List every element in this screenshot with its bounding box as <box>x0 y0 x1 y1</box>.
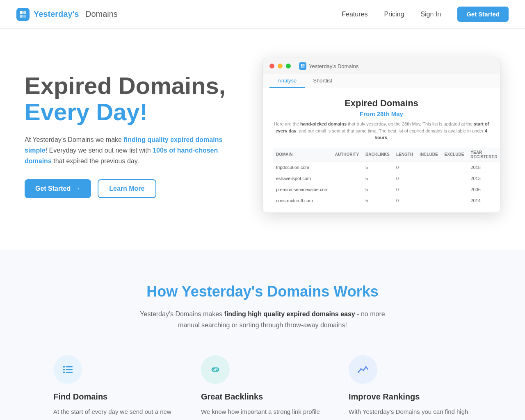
svg-rect-5 <box>303 64 305 66</box>
col-domain: DOMAIN <box>273 148 332 162</box>
svg-rect-4 <box>301 64 303 66</box>
feature-body-find-domains: At the start of every day we send out a … <box>53 406 176 420</box>
svg-rect-7 <box>303 66 305 68</box>
cell-length: 0 <box>393 173 416 184</box>
cell-domain: constructcruft.com <box>273 195 332 206</box>
feature-icon-great-backlinks <box>201 355 230 384</box>
feature-card-improve-rankings: Improve Rankings With Yesterday's Domain… <box>349 355 472 420</box>
nav-signin[interactable]: Sign In <box>420 11 441 18</box>
feature-icon-improve-rankings <box>349 355 377 384</box>
nav-links: Features Pricing Sign In Get Started <box>342 7 509 22</box>
browser-dot-yellow <box>278 64 283 68</box>
hero-left: Expired Domains, Every Day! At Yesterday… <box>25 73 238 198</box>
browser-logo-mini: Yesterday's Domains <box>299 62 358 70</box>
cell-length: 0 <box>393 162 416 173</box>
feature-title-find-domains: Find Domains <box>53 392 176 402</box>
table-row: eshaveilspot.com 5 0 2013 $ <box>273 173 500 184</box>
nav-features[interactable]: Features <box>342 11 368 18</box>
mockup-subtitle: From 28th May <box>273 110 490 117</box>
svg-point-16 <box>363 370 364 371</box>
svg-point-15 <box>360 368 362 370</box>
cell-include <box>416 184 441 195</box>
cell-backlinks: 5 <box>362 195 393 206</box>
logo-icon <box>16 8 30 21</box>
svg-rect-2 <box>20 15 23 18</box>
cell-exclude <box>441 162 468 173</box>
hero-learn-more-button[interactable]: Learn More <box>98 179 156 198</box>
nav-get-started-button[interactable]: Get Started <box>457 7 509 22</box>
mini-logo-icon <box>299 62 306 70</box>
browser-tabs: Analyse Shortlist <box>263 74 500 88</box>
how-subtitle-pre: Yesterday's Domains makes <box>140 310 224 317</box>
cell-authority <box>332 173 362 184</box>
cell-domain: eshaveilspot.com <box>273 173 332 184</box>
svg-rect-8 <box>63 366 65 368</box>
arrow-right-icon: → <box>74 185 80 192</box>
tab-shortlist[interactable]: Shortlist <box>305 74 340 88</box>
hero-right: Yesterday's Domains Analyse Shortlist Ex… <box>238 58 500 213</box>
cell-include <box>416 173 441 184</box>
col-year: YEAR REGISTERED <box>467 148 500 162</box>
features-grid: Find Domains At the start of every day w… <box>37 355 488 420</box>
cell-exclude <box>441 184 468 195</box>
cell-include <box>416 162 441 173</box>
how-subtitle: Yesterday's Domains makes finding high q… <box>135 308 390 331</box>
svg-rect-0 <box>20 11 23 14</box>
svg-rect-12 <box>66 369 73 370</box>
mockup-title: Expired Domains <box>273 98 490 109</box>
browser-dot-red <box>269 64 274 68</box>
cell-backlinks: 5 <box>362 173 393 184</box>
how-subtitle-bold: finding high quality expired domains eas… <box>224 310 355 317</box>
table-row: constructcruft.com 5 0 2014 $ <box>273 195 500 206</box>
feature-icon-find-domains <box>53 355 82 384</box>
svg-rect-9 <box>63 369 65 370</box>
tab-analyse[interactable]: Analyse <box>269 74 305 88</box>
svg-point-17 <box>365 366 367 368</box>
cell-exclude <box>441 195 468 206</box>
svg-point-14 <box>358 371 359 373</box>
cell-year: 2014 <box>467 195 500 206</box>
how-title-post: Works <box>329 283 378 300</box>
cell-year: 2018 <box>467 162 500 173</box>
hero-title: Expired Domains, Every Day! <box>25 73 238 125</box>
how-title-brand: Yesterday's Domains <box>182 283 330 300</box>
cell-backlinks: 5 <box>362 162 393 173</box>
cell-domain: tripdocution.com <box>273 162 332 173</box>
hero-title-line1: Expired Domains, <box>25 73 238 99</box>
navbar: Yesterday's Domains Features Pricing Sig… <box>0 0 525 29</box>
svg-rect-13 <box>66 372 73 373</box>
hero-section: Expired Domains, Every Day! At Yesterday… <box>0 29 525 250</box>
logo-domains: Domains <box>83 9 117 19</box>
mockup-content: Expired Domains From 28th May Here are t… <box>263 88 500 212</box>
cell-authority <box>332 162 362 173</box>
mockup-table: DOMAIN AUTHORITY BACKLINKS LENGTH INCLUD… <box>273 148 500 206</box>
logo-link[interactable]: Yesterday's Domains <box>16 8 118 21</box>
browser-mockup: Yesterday's Domains Analyse Shortlist Ex… <box>262 58 500 213</box>
feature-body-improve-rankings: With Yesterday's Domains you can find hi… <box>349 406 472 420</box>
how-section: How Yesterday's Domains Works Yesterday'… <box>0 250 525 420</box>
how-title-pre: How <box>146 283 181 300</box>
feature-title-improve-rankings: Improve Rankings <box>349 392 472 402</box>
hero-get-started-button[interactable]: Get Started → <box>25 179 91 198</box>
hero-title-line2: Every Day! <box>25 99 238 125</box>
how-title: How Yesterday's Domains Works <box>16 283 509 300</box>
svg-rect-6 <box>301 66 303 68</box>
mockup-desc: Here are the hand-picked domains that tr… <box>273 121 490 141</box>
nav-pricing[interactable]: Pricing <box>384 11 404 18</box>
table-row: tripdocution.com 5 0 2018 $ <box>273 162 500 173</box>
hero-body: At Yesterday's Domains we make finding q… <box>25 135 238 166</box>
col-length: LENGTH <box>393 148 416 162</box>
cell-year: 2006 <box>467 184 500 195</box>
hero-buttons: Get Started → Learn More <box>25 179 238 198</box>
cell-length: 0 <box>393 195 416 206</box>
col-backlinks: BACKLINKS <box>362 148 393 162</box>
hero-body-text3: that expired the previous day. <box>52 158 139 164</box>
browser-title: Yesterday's Domains <box>309 63 358 69</box>
hero-body-text1: At Yesterday's Domains we make <box>25 136 123 143</box>
browser-bar: Yesterday's Domains <box>263 58 500 74</box>
cell-domain: premiumservicevalue.com <box>273 184 332 195</box>
svg-rect-3 <box>23 15 26 18</box>
svg-point-18 <box>367 368 368 370</box>
feature-body-great-backlinks: We know how important a strong link prof… <box>201 406 324 420</box>
browser-dot-green <box>286 64 291 68</box>
